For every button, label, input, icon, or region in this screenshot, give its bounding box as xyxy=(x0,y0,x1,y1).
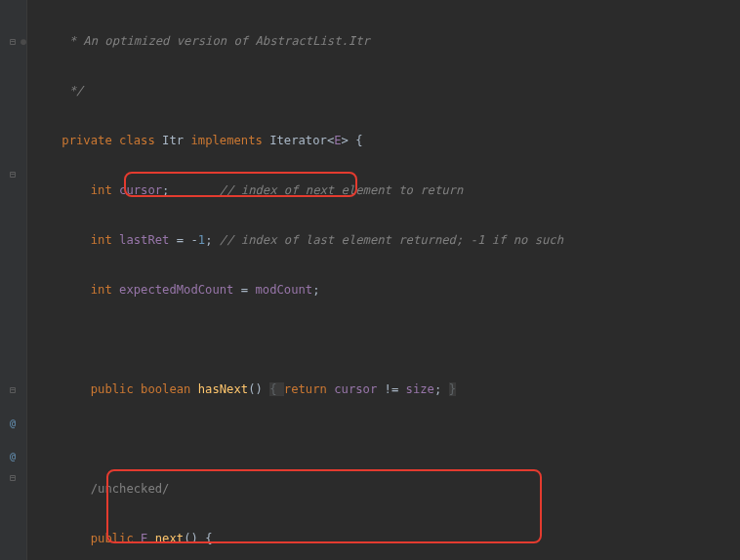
field: cursor xyxy=(119,183,162,197)
method: next xyxy=(155,532,184,545)
field: expectedModCount xyxy=(119,283,241,297)
op: = - xyxy=(177,233,198,247)
field: cursor xyxy=(334,382,384,396)
code-line[interactable]: */ xyxy=(27,83,740,100)
kw: private class xyxy=(62,134,162,147)
kw: return xyxy=(284,382,334,396)
code-line[interactable]: /unchecked/ xyxy=(27,481,740,498)
code-line[interactable]: public boolean hasNext() { return cursor… xyxy=(27,381,740,398)
classname: Itr xyxy=(162,134,190,147)
field: lastRet xyxy=(119,233,177,247)
comment: // index of last element returned; -1 if… xyxy=(220,233,563,247)
gutter-override-icon[interactable]: @ xyxy=(6,415,20,431)
fold-brace[interactable]: { xyxy=(269,382,284,396)
code-editor[interactable]: * An optimized version of AbstractList.I… xyxy=(27,0,740,560)
kw: int xyxy=(91,233,119,247)
op: = xyxy=(241,283,256,297)
punc: () { xyxy=(184,532,212,545)
comment: // index of next element to return xyxy=(220,183,463,197)
suppressed-annotation: /unchecked/ xyxy=(91,482,170,496)
punc: > { xyxy=(342,134,363,147)
kw: implements xyxy=(190,134,269,147)
punc: () xyxy=(248,382,269,396)
comment: * An optimized version of AbstractList.I… xyxy=(33,34,370,48)
code-line[interactable]: public E next() { xyxy=(27,531,740,547)
type: Iterator xyxy=(269,134,327,147)
type-param: E xyxy=(334,134,341,147)
method: hasNext xyxy=(198,382,248,396)
field: size xyxy=(406,382,434,396)
gutter-fold-icon[interactable]: ⊟ xyxy=(6,381,20,398)
code-line[interactable]: int cursor; // index of next element to … xyxy=(27,182,740,199)
kw: int xyxy=(91,283,119,297)
comment: */ xyxy=(33,84,83,98)
code-line[interactable] xyxy=(27,431,740,448)
op: != xyxy=(385,382,406,396)
punc: ; xyxy=(162,183,220,197)
kw: public xyxy=(91,532,141,545)
code-line[interactable]: int lastRet = -1; // index of last eleme… xyxy=(27,232,740,249)
field: modCount xyxy=(256,283,313,297)
gutter-fold-icon[interactable]: ⊟ xyxy=(6,469,20,486)
code-line[interactable]: * An optimized version of AbstractList.I… xyxy=(27,33,740,50)
code-line[interactable]: int expectedModCount = modCount; xyxy=(27,282,740,299)
type-param: E xyxy=(141,532,155,545)
punc: ; xyxy=(205,233,220,247)
kw: int xyxy=(91,183,119,197)
fold-brace[interactable]: } xyxy=(449,382,456,396)
punc: ; xyxy=(312,283,319,297)
gutter-fold-icon[interactable]: ⊟ xyxy=(6,166,20,182)
code-line[interactable] xyxy=(27,332,740,348)
punc: ; xyxy=(434,382,449,396)
kw: public boolean xyxy=(91,382,198,396)
editor-gutter[interactable]: ⊟ ● ⊟ ⊟ @ @ ⊟ xyxy=(0,0,27,560)
code-line[interactable]: private class Itr implements Iterator<E>… xyxy=(27,133,740,149)
gutter-override-icon[interactable]: @ xyxy=(6,448,20,464)
